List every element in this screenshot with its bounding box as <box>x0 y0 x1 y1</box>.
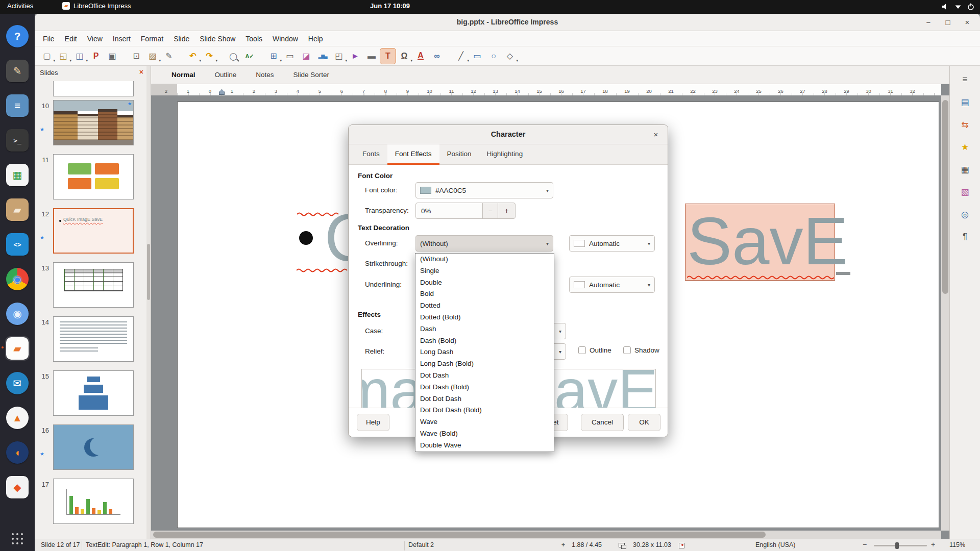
overlining-option[interactable]: Dot Dot Dash <box>415 393 554 405</box>
tab-slide-sorter[interactable]: Slide Sorter <box>286 68 337 82</box>
tab-fonts[interactable]: Fonts <box>355 144 387 165</box>
master-slide-status[interactable]: Default 2 <box>408 541 434 548</box>
menu-item[interactable]: Edit <box>60 33 82 45</box>
overlining-option[interactable]: Bold <box>415 288 554 300</box>
slide-thumbnail-13[interactable] <box>53 262 134 308</box>
dialog-titlebar[interactable]: Character × <box>349 125 668 144</box>
firefox[interactable]: ◖ <box>5 440 30 465</box>
menu-item[interactable]: Slide <box>168 33 194 45</box>
font-color-select[interactable]: #AAC0C5 ▾ <box>415 182 553 198</box>
maximize-button[interactable]: □ <box>942 17 953 28</box>
overlining-option[interactable]: Double <box>415 277 554 289</box>
zoom-slider[interactable] <box>874 545 927 546</box>
print[interactable]: ▣ ▾ <box>105 48 120 64</box>
basic-shapes[interactable]: ◇ ▾ <box>502 48 518 64</box>
overlining-option[interactable]: Double Wave <box>415 440 554 452</box>
transparency-field[interactable]: 0% <box>415 203 483 219</box>
vertical-scrollbar[interactable] <box>941 95 949 531</box>
navigator[interactable]: ◎ <box>957 206 974 223</box>
menu-item[interactable]: View <box>82 33 108 45</box>
transparency-increase-button[interactable]: + <box>498 203 516 219</box>
zoom-in-button[interactable]: + <box>931 540 935 548</box>
tab-position[interactable]: Position <box>439 144 479 165</box>
properties[interactable]: ▤ <box>957 93 974 111</box>
export-pdf[interactable]: P ▾ <box>88 48 104 64</box>
ellipse[interactable]: ○ ▾ <box>486 48 501 64</box>
horizontal-scrollbar[interactable] <box>151 531 941 539</box>
overlining-option[interactable]: Dotted (Bold) <box>415 312 554 323</box>
overlining-option[interactable]: Dotted <box>415 300 554 312</box>
insert-chart[interactable]: ▂▆▄ ▾ <box>315 48 330 64</box>
menu-item[interactable]: Help <box>303 33 328 45</box>
overlining-option[interactable]: Wave <box>415 416 554 428</box>
cancel-button[interactable]: Cancel <box>581 414 624 431</box>
activities-button[interactable]: Activities <box>7 2 33 10</box>
thunderbird[interactable]: ✉ <box>5 371 30 395</box>
copy[interactable]: ⊡ ▾ <box>129 48 144 64</box>
selected-text-highlight[interactable]: SavE <box>685 204 835 281</box>
dialog-close-icon[interactable]: × <box>650 129 662 140</box>
menu-item[interactable]: Window <box>267 33 303 45</box>
focused-app-indicator[interactable]: ▰ LibreOffice Impress <box>62 2 131 10</box>
gimp[interactable]: ✎ <box>5 59 30 83</box>
close-slides-panel-icon[interactable]: × <box>139 68 143 76</box>
animation[interactable]: ★ <box>957 138 974 156</box>
overlining-option[interactable]: Dot Dash (Bold) <box>415 382 554 393</box>
clock[interactable]: Jun 17 10:09 <box>370 2 410 10</box>
terminal[interactable]: >_ <box>5 128 30 153</box>
slide-thumbnail-16[interactable] <box>53 424 134 470</box>
clone-formatting[interactable]: ✎ ▾ <box>161 48 177 64</box>
slide-thumbnail-9-partial[interactable] <box>53 81 134 96</box>
underline-color-select[interactable]: Automatic ▾ <box>569 277 655 293</box>
insert-ole-object[interactable]: ◰ ▾ <box>331 48 347 64</box>
close-window-button[interactable]: × <box>962 17 973 28</box>
insert-audio-video[interactable]: ► ▾ <box>348 48 363 64</box>
outline-checkbox[interactable]: Outline <box>578 346 611 354</box>
text-language-status[interactable]: English (USA) <box>755 541 796 548</box>
files[interactable]: ▰ <box>5 197 30 222</box>
undo[interactable]: ↶ ▾ <box>185 48 201 64</box>
insert-frame[interactable]: ▭ ▾ <box>282 48 298 64</box>
chromium[interactable]: ◉ <box>5 302 30 326</box>
rectangle[interactable]: ▭ ▾ <box>470 48 485 64</box>
zoom-out-button[interactable]: − <box>863 540 867 548</box>
overlining-option[interactable]: Dash <box>415 323 554 335</box>
insert-line[interactable]: ╱ ▾ <box>453 48 469 64</box>
slide-transition[interactable]: ⇆ <box>957 116 974 133</box>
master-slides[interactable]: ▦ <box>957 161 974 178</box>
libreoffice-writer[interactable]: ≡ <box>5 93 30 118</box>
overlining-select[interactable]: (Without) ▾ <box>415 235 553 252</box>
slide-thumbnail-14[interactable] <box>53 316 134 362</box>
styles[interactable]: ¶ <box>957 228 974 245</box>
overlining-option[interactable]: Wave (Bold) <box>415 428 554 440</box>
overlining-option[interactable]: Single <box>415 265 554 277</box>
slide-thumbnail-17[interactable] <box>53 479 134 524</box>
redo[interactable]: ↷ ▾ <box>202 48 217 64</box>
font-color[interactable]: A ▾ <box>413 48 428 64</box>
shadow-checkbox[interactable]: Shadow <box>623 346 659 354</box>
zoom-slider-thumb[interactable] <box>895 542 899 549</box>
transparency-decrease-button[interactable]: − <box>482 203 498 219</box>
gallery[interactable]: ▧ <box>957 183 974 201</box>
tab-notes[interactable]: Notes <box>249 68 281 82</box>
snap-store[interactable]: ◆ <box>5 475 30 499</box>
insert-hyperlink[interactable]: ∞ ▾ <box>429 48 445 64</box>
help-button[interactable]: Help <box>357 414 389 431</box>
open[interactable]: ◱ ▾ <box>56 48 71 64</box>
save[interactable]: ◫ ▾ <box>72 48 87 64</box>
header-footer[interactable]: ▬ ▾ <box>364 48 379 64</box>
vscode[interactable]: <> <box>5 232 30 257</box>
chrome[interactable]: ◉ <box>5 267 30 291</box>
overlining-option[interactable]: (Without) <box>415 254 554 265</box>
insert-image[interactable]: ◪ ▾ <box>299 48 314 64</box>
unsaved-changes-icon[interactable] <box>679 543 684 548</box>
window-titlebar[interactable]: big.pptx - LibreOffice Impress − □ × <box>35 14 980 31</box>
menu-item[interactable]: File <box>38 33 60 45</box>
horizontal-ruler[interactable]: 2101234567891011121314151617181920212223… <box>151 84 941 95</box>
help[interactable]: ? <box>5 24 30 48</box>
slide-thumbnail-11[interactable] <box>53 154 134 199</box>
slides-panel-scrollbar[interactable] <box>146 66 151 539</box>
slide-thumbnail-12-selected[interactable]: QuicK ImagE SavE <box>53 208 134 254</box>
slide-thumbnail-15[interactable] <box>53 370 134 416</box>
new-presentation[interactable]: ▢ ▾ <box>39 48 55 64</box>
